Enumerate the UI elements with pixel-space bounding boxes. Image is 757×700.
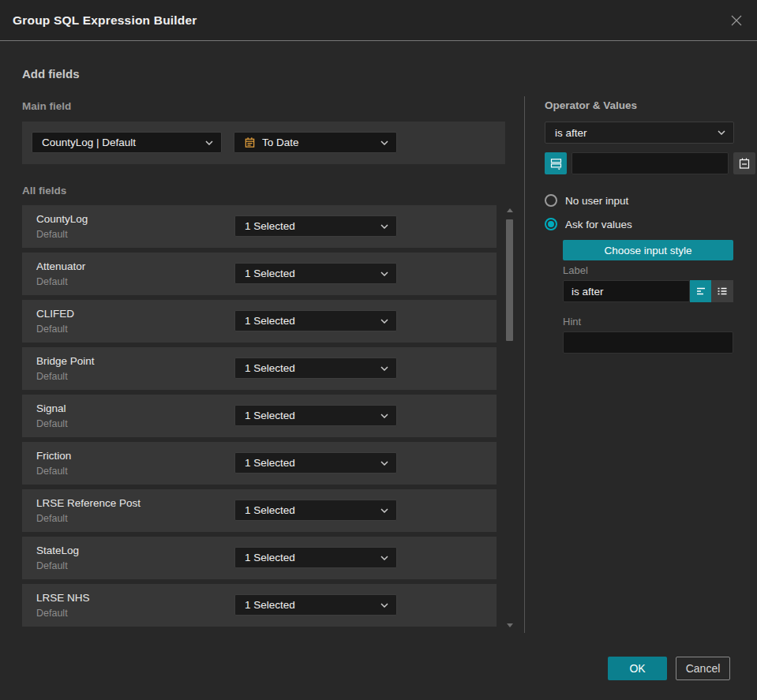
operator-values-heading: Operator & Values: [545, 99, 637, 111]
radio-no-user-input[interactable]: No user input: [545, 193, 628, 208]
scroll-up-arrow[interactable]: [507, 208, 513, 212]
calendar-icon: [244, 137, 256, 148]
field-name: CountyLog: [36, 213, 88, 225]
label-input[interactable]: [563, 280, 690, 302]
main-field-select-value: CountyLog | Default: [42, 137, 200, 148]
hint-field-label: Hint: [563, 316, 581, 328]
field-row: CountyLog Default 1 Selected: [22, 205, 497, 248]
field-selected-value: 1 Selected: [245, 504, 376, 516]
all-fields-list: CountyLog Default 1 Selected Attenuator …: [22, 205, 497, 631]
value-calendar-button[interactable]: [733, 152, 755, 174]
field-row: Bridge Point Default 1 Selected: [22, 347, 497, 390]
cancel-button[interactable]: Cancel: [676, 657, 730, 680]
operator-value-row: [545, 152, 734, 174]
value-list-button[interactable]: [545, 152, 567, 174]
calendar-icon: [738, 157, 751, 170]
field-selected-dropdown[interactable]: 1 Selected: [234, 263, 397, 284]
align-left-icon: [695, 285, 707, 298]
operator-value-input[interactable]: [571, 152, 729, 174]
field-subtitle: Default: [36, 608, 68, 619]
bullet-list-style-button[interactable]: [711, 280, 733, 302]
main-field-panel: CountyLog | Default To Date: [22, 122, 505, 164]
scroll-down-arrow[interactable]: [507, 623, 513, 627]
group-sql-expression-builder-dialog: Group SQL Expression Builder Add fields …: [0, 0, 757, 700]
chevron-down-icon: [380, 461, 388, 466]
field-selected-value: 1 Selected: [245, 599, 376, 611]
panel-divider: [524, 96, 525, 633]
all-fields-label: All fields: [22, 185, 66, 197]
field-name: CLIFED: [36, 308, 74, 320]
ok-button[interactable]: OK: [608, 657, 667, 680]
chevron-down-icon: [380, 603, 388, 608]
chevron-down-icon: [380, 414, 388, 418]
field-row: Signal Default 1 Selected: [22, 395, 497, 437]
operator-select-value: is after: [555, 127, 713, 139]
bullet-list-icon: [716, 285, 729, 298]
field-selected-value: 1 Selected: [245, 220, 376, 232]
field-selected-dropdown[interactable]: 1 Selected: [234, 547, 397, 568]
operator-select[interactable]: is after: [545, 122, 734, 144]
main-field-select[interactable]: CountyLog | Default: [32, 132, 222, 153]
field-selected-dropdown[interactable]: 1 Selected: [234, 357, 397, 379]
field-row: LRSE NHS Default 1 Selected: [22, 584, 497, 627]
field-name: Signal: [36, 402, 66, 414]
main-field-date-value: To Date: [262, 137, 376, 148]
field-name: Friction: [36, 450, 71, 462]
field-selected-value: 1 Selected: [245, 315, 376, 327]
chevron-down-icon: [380, 319, 388, 324]
radio-ask-for-values[interactable]: Ask for values: [545, 217, 632, 231]
main-field-label: Main field: [22, 100, 71, 112]
field-selected-dropdown[interactable]: 1 Selected: [234, 594, 397, 616]
stacked-rows-icon: [549, 157, 563, 170]
chevron-down-icon: [718, 130, 725, 135]
field-subtitle: Default: [36, 513, 68, 524]
field-row: Friction Default 1 Selected: [22, 442, 497, 485]
field-selected-dropdown[interactable]: 1 Selected: [234, 500, 397, 521]
add-fields-heading: Add fields: [22, 67, 80, 80]
field-name: Bridge Point: [36, 355, 95, 367]
main-field-date-select[interactable]: To Date: [234, 132, 397, 153]
field-name: Attenuator: [36, 260, 85, 272]
radio-no-user-input-label: No user input: [565, 195, 628, 207]
radio-icon: [545, 194, 557, 207]
field-selected-dropdown[interactable]: 1 Selected: [234, 310, 397, 331]
hint-input[interactable]: [563, 331, 733, 354]
field-selected-value: 1 Selected: [245, 410, 376, 421]
radio-ask-for-values-label: Ask for values: [565, 219, 632, 230]
field-selected-value: 1 Selected: [245, 362, 376, 374]
field-row: CLIFED Default 1 Selected: [22, 300, 497, 343]
dialog-title: Group SQL Expression Builder: [13, 13, 197, 28]
field-selected-dropdown[interactable]: 1 Selected: [234, 405, 397, 426]
chevron-down-icon: [380, 556, 388, 560]
chevron-down-icon: [380, 366, 388, 371]
choose-input-style-button[interactable]: Choose input style: [563, 240, 733, 260]
field-row: LRSE Reference Post Default 1 Selected: [22, 489, 497, 532]
chevron-down-icon: [380, 140, 388, 145]
chevron-down-icon: [205, 140, 213, 145]
close-icon: [729, 13, 744, 28]
scrollbar-thumb[interactable]: [506, 219, 513, 341]
field-selected-value: 1 Selected: [245, 552, 376, 563]
field-name: StateLog: [36, 545, 79, 556]
radio-selected-icon: [545, 218, 557, 230]
chevron-down-icon: [380, 508, 388, 513]
scrollbar[interactable]: [506, 204, 513, 630]
field-selected-dropdown[interactable]: 1 Selected: [234, 452, 397, 474]
field-subtitle: Default: [36, 560, 68, 571]
label-field-label: Label: [563, 264, 588, 276]
field-name: LRSE NHS: [36, 592, 90, 604]
field-subtitle: Default: [36, 324, 68, 335]
align-left-style-button[interactable]: [690, 280, 711, 302]
field-subtitle: Default: [36, 229, 68, 240]
chevron-down-icon: [380, 271, 388, 276]
dialog-titlebar: Group SQL Expression Builder: [0, 0, 757, 41]
field-subtitle: Default: [36, 466, 68, 477]
close-button[interactable]: [727, 11, 746, 30]
label-input-row: [563, 280, 733, 302]
field-subtitle: Default: [36, 418, 68, 429]
field-selected-value: 1 Selected: [245, 268, 376, 279]
chevron-down-icon: [380, 224, 388, 229]
field-row: StateLog Default 1 Selected: [22, 537, 497, 579]
field-selected-value: 1 Selected: [245, 457, 376, 469]
field-selected-dropdown[interactable]: 1 Selected: [234, 215, 397, 237]
